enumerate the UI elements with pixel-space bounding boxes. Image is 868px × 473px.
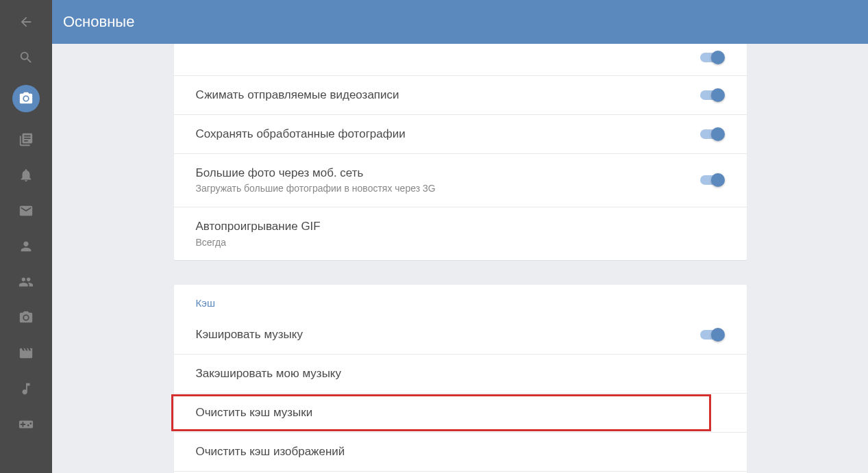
setting-row-cache-music[interactable]: Кэшировать музыку <box>174 316 747 355</box>
toggle-switch[interactable] <box>700 328 725 342</box>
setting-sublabel: Всегда <box>196 236 725 250</box>
setting-label: Сохранять обработанные фотографии <box>196 126 700 142</box>
setting-label: Кэшировать музыку <box>196 327 700 343</box>
setting-row-compress-photo[interactable] <box>174 44 747 76</box>
film-icon[interactable] <box>18 345 34 361</box>
svg-point-1 <box>24 316 28 320</box>
setting-row-cache-my-music[interactable]: Закэшировать мою музыку <box>174 355 747 394</box>
gamepad-icon[interactable] <box>18 416 34 433</box>
setting-label: Закэшировать мою музыку <box>196 366 725 382</box>
setting-row-big-photos-mobile[interactable]: Большие фото через моб. сеть Загружать б… <box>174 154 747 207</box>
search-icon[interactable] <box>18 49 34 66</box>
photo-camera-icon[interactable] <box>18 309 34 326</box>
settings-card-1: Сжимать отправляемые видеозаписи Сохраня… <box>174 44 747 260</box>
notification-icon[interactable] <box>18 167 34 183</box>
setting-row-gif-autoplay[interactable]: Автопроигрывание GIF Всегда <box>174 207 747 260</box>
setting-row-clear-image-cache[interactable]: Очистить кэш изображений <box>174 433 747 472</box>
setting-label: Сжимать отправляемые видеозаписи <box>196 87 700 103</box>
mail-icon[interactable] <box>18 203 34 219</box>
page-title: Основные <box>63 13 134 31</box>
setting-row-save-photos[interactable]: Сохранять обработанные фотографии <box>174 115 747 154</box>
svg-point-0 <box>24 97 28 101</box>
setting-row-clear-music-cache[interactable]: Очистить кэш музыки <box>174 394 747 433</box>
setting-sublabel: Загружать большие фотографии в новостях … <box>196 182 700 196</box>
toggle-switch[interactable] <box>700 51 725 64</box>
sidebar <box>0 0 52 473</box>
toggle-switch[interactable] <box>700 173 725 187</box>
section-header-cache: Кэш <box>174 285 747 316</box>
toggle-switch[interactable] <box>700 127 725 141</box>
news-icon[interactable] <box>18 131 34 148</box>
setting-label: Очистить кэш музыки <box>196 405 725 421</box>
settings-column: Сжимать отправляемые видеозаписи Сохраня… <box>174 44 747 473</box>
camera-icon[interactable] <box>12 85 40 112</box>
back-arrow-icon[interactable] <box>18 14 34 30</box>
person-icon[interactable] <box>18 238 34 255</box>
setting-label: Автопроигрывание GIF <box>196 218 725 235</box>
header: Основные <box>52 0 868 44</box>
setting-label: Большие фото через моб. сеть <box>196 165 700 181</box>
setting-row-compress-video[interactable]: Сжимать отправляемые видеозаписи <box>174 76 747 115</box>
main: Основные Сжимать отправляемые видеозапис… <box>52 0 868 473</box>
content: Сжимать отправляемые видеозаписи Сохраня… <box>52 44 868 473</box>
settings-card-2: Кэш Кэшировать музыку Закэшировать мою м… <box>174 285 747 473</box>
music-icon[interactable] <box>18 381 34 397</box>
toggle-switch[interactable] <box>700 88 725 102</box>
setting-label: Очистить кэш изображений <box>196 444 725 460</box>
people-icon[interactable] <box>18 274 34 290</box>
